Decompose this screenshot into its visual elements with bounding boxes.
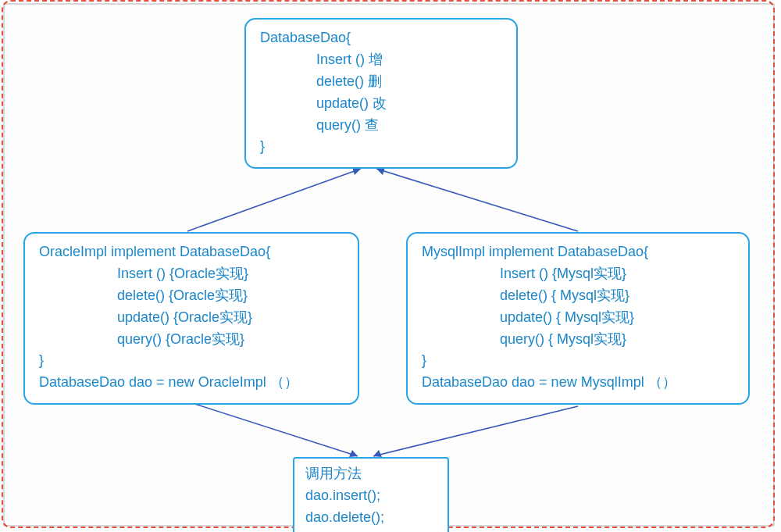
box-database-dao: DatabaseDao{ Insert () 增 delete() 删 upda… <box>244 18 518 169</box>
interface-header: DatabaseDao{ <box>260 27 502 49</box>
box-mysql-impl: MysqlImpl implement DatabaseDao{ Insert … <box>406 232 750 405</box>
mysql-method-update: update() { Mysql实现} <box>422 307 734 329</box>
caller-line-2: dao.insert(); <box>305 485 437 507</box>
mysql-declaration: DatabaseDao dao = new MysqlImpl （） <box>422 372 734 394</box>
interface-method-insert: Insert () 增 <box>260 49 502 71</box>
mysql-method-query: query() { Mysql实现} <box>422 329 734 351</box>
oracle-method-delete: delete() {Oracle实现} <box>39 285 344 307</box>
box-oracle-impl: OracleImpl implement DatabaseDao{ Insert… <box>23 232 359 405</box>
interface-method-query: query() 查 <box>260 115 502 137</box>
interface-method-delete: delete() 删 <box>260 71 502 93</box>
oracle-method-insert: Insert () {Oracle实现} <box>39 263 344 285</box>
interface-method-update: update() 改 <box>260 93 502 115</box>
oracle-method-update: update() {Oracle实现} <box>39 307 344 329</box>
oracle-method-query: query() {Oracle实现} <box>39 329 344 351</box>
oracle-close: } <box>39 350 344 372</box>
mysql-method-delete: delete() { Mysql实现} <box>422 285 734 307</box>
caller-line-3: dao.delete(); <box>305 507 437 529</box>
oracle-header: OracleImpl implement DatabaseDao{ <box>39 241 344 263</box>
caller-line-1: 调用方法 <box>305 463 437 485</box>
mysql-close: } <box>422 350 734 372</box>
mysql-method-insert: Insert () {Mysql实现} <box>422 263 734 285</box>
mysql-header: MysqlImpl implement DatabaseDao{ <box>422 241 734 263</box>
box-caller: 调用方法 dao.insert(); dao.delete(); <box>293 457 449 532</box>
oracle-declaration: DatabaseDao dao = new OracleImpl （） <box>39 372 344 394</box>
interface-close: } <box>260 136 502 158</box>
